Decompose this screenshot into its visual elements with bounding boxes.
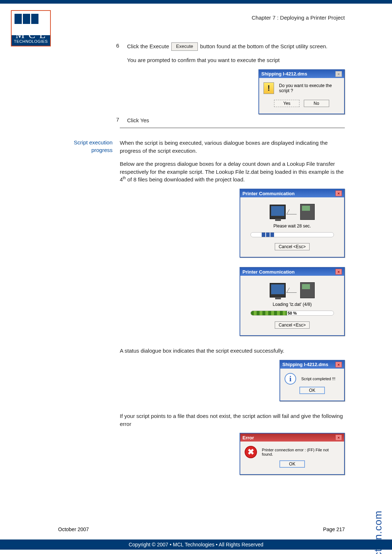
monitor-icon <box>270 283 286 297</box>
footer-line: October 2007 Page 217 <box>58 526 345 532</box>
progress-dialog-1: Printer Communication × Please wait 28 s… <box>240 189 345 258</box>
close-icon[interactable]: × <box>335 71 342 77</box>
error-icon: ✖ <box>245 446 257 458</box>
top-accent-bar <box>0 0 392 4</box>
chapter-heading: Chapter 7 : Deploying a Printer Project <box>120 15 345 21</box>
progress1-title: Printer Communication <box>242 191 295 196</box>
section-label-l1: Script execution <box>74 139 113 145</box>
warning-icon: ! <box>264 82 274 94</box>
monitor-icon <box>270 205 286 219</box>
step-6: 6 Click the Execute Execute button found… <box>116 42 345 51</box>
printer-icon <box>300 204 315 220</box>
progress-percent: 50 % <box>287 311 297 315</box>
progress-bar: 50 % <box>250 311 334 316</box>
confirm-dialog-title: Shipping I-4212.dms <box>261 71 307 77</box>
close-icon[interactable]: × <box>335 362 342 368</box>
divider <box>120 128 345 128</box>
progress-dialog-2: Printer Communication × Loading 'lz.dat'… <box>240 267 345 336</box>
step-7: 7 Click Yes <box>116 116 345 124</box>
yes-button[interactable]: Yes <box>274 100 299 107</box>
error-message: Printer connection error : (FF) File not… <box>262 448 340 456</box>
step-number: 6 <box>116 42 127 51</box>
step-number: 7 <box>116 116 127 124</box>
execute-button[interactable]: Execute <box>171 42 198 51</box>
ok-button[interactable]: OK <box>279 460 305 468</box>
logo-text-main: M C L <box>12 30 50 39</box>
main-column: Chapter 7 : Deploying a Printer Project … <box>58 4 392 541</box>
section-label-l2: progress <box>91 147 113 153</box>
page: M C L TECHNOLOGIES Chapter 7 : Deploying… <box>0 4 392 541</box>
mcl-logo: M C L TECHNOLOGIES <box>11 10 51 46</box>
success-message: Script completed !!! <box>301 377 335 381</box>
error-dialog: Error × ✖ Printer connection error : (FF… <box>240 433 345 475</box>
progress1-status: Please wait 28 sec. <box>245 223 340 229</box>
success-dialog: Shipping I-4212.dms × i Script completed… <box>279 360 345 401</box>
footer-page: Page 217 <box>323 526 345 532</box>
device-icons <box>245 204 340 220</box>
ok-button[interactable]: OK <box>299 387 325 394</box>
step-7-text: Click Yes <box>127 116 345 124</box>
success-title: Shipping I-4212.dms <box>282 362 328 367</box>
section1-p1: When the script is being executed, vario… <box>120 139 345 155</box>
section1-p2: Below are the progress dialogue boxes fo… <box>120 160 345 184</box>
progress2-status: Loading 'lz.dat' (4/8) <box>245 302 340 307</box>
confirm-message: Do you want to execute the script ? <box>279 83 340 93</box>
copyright-bar: Copyright © 2007 • MCL Technologies • Al… <box>0 539 392 550</box>
step-6-text-a: Click the Execute <box>127 43 169 49</box>
close-icon[interactable]: × <box>335 190 342 196</box>
progress2-title: Printer Communication <box>242 269 295 275</box>
logo-text-sub: TECHNOLOGIES <box>14 39 48 44</box>
step-6-text-b: button found at the bottom of the Script… <box>200 43 327 49</box>
success-intro: A status dialogue box indicates that the… <box>120 347 345 355</box>
device-icons <box>245 282 340 298</box>
cancel-button[interactable]: Cancel <Esc> <box>275 243 310 250</box>
left-column: M C L TECHNOLOGIES <box>0 4 58 541</box>
confirm-dialog: Shipping I-4212.dms × ! Do you want to e… <box>258 69 345 114</box>
footer-date: October 2007 <box>58 526 89 532</box>
step-6-prompt: You are prompted to confirm that you wan… <box>127 56 345 64</box>
close-icon[interactable]: × <box>335 269 342 275</box>
error-title: Error <box>242 435 254 440</box>
error-intro: If your script points to a file that doe… <box>120 412 345 428</box>
no-button[interactable]: No <box>304 100 329 107</box>
progress-bar-indeterminate <box>250 232 334 237</box>
printer-icon <box>300 282 315 298</box>
cancel-button[interactable]: Cancel <Esc> <box>275 321 310 329</box>
info-icon: i <box>285 373 296 385</box>
close-icon[interactable]: × <box>335 435 342 440</box>
section-script-progress: Script execution progress When the scrip… <box>120 139 345 477</box>
